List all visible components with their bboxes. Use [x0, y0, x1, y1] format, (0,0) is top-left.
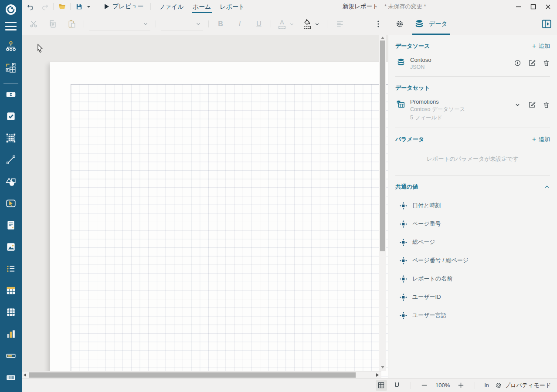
text-align-icon[interactable]	[333, 17, 346, 31]
separator	[156, 20, 156, 27]
scroll-right-arrow[interactable]	[376, 373, 379, 377]
edit-icon[interactable]	[528, 59, 536, 67]
measurement-unit[interactable]: in	[483, 382, 491, 389]
tool-richtext[interactable]	[0, 214, 22, 236]
bold-button[interactable]: B	[214, 20, 227, 28]
tool-pointer-select[interactable]	[0, 193, 22, 214]
edit-icon[interactable]	[528, 101, 536, 108]
common-value-item[interactable]: レポートの名前	[395, 275, 550, 283]
zoom-in-icon[interactable]	[455, 380, 467, 391]
tool-barcode[interactable]	[0, 367, 22, 389]
tool-line[interactable]	[0, 149, 22, 171]
snap-magnet-icon[interactable]	[391, 380, 403, 391]
chevron-down-icon	[143, 21, 149, 27]
underline-button[interactable]: U	[252, 20, 265, 28]
common-value-item[interactable]: ページ番号 / 総ページ	[395, 257, 550, 264]
zoom-out-icon[interactable]	[419, 380, 430, 391]
zoom-level[interactable]: 100%	[435, 382, 451, 389]
vertical-scroll-thumb[interactable]	[380, 41, 385, 251]
menu-tab-home[interactable]: ホーム	[188, 0, 216, 13]
fill-color-chevron-icon[interactable]	[313, 21, 321, 27]
copy-icon[interactable]	[46, 17, 59, 31]
tool-image[interactable]	[0, 236, 22, 258]
preview-button[interactable]: プレビュー	[101, 3, 147, 10]
add-datasource-button[interactable]: + 追加	[532, 42, 550, 50]
design-grid-surface[interactable]	[71, 84, 388, 378]
menu-tab-file[interactable]: ファイル	[154, 0, 188, 13]
parameters-empty-message: レポートのパラメータが未設定です	[395, 155, 550, 163]
common-value-item[interactable]: ページ番号	[395, 220, 550, 228]
separator	[70, 3, 71, 10]
scroll-down-arrow[interactable]	[381, 366, 384, 368]
unsaved-changes-indicator: * 未保存の変更 *	[384, 3, 426, 10]
field-drag-icon	[400, 202, 407, 210]
italic-button[interactable]: I	[233, 20, 246, 28]
text-color-swatch	[278, 26, 285, 29]
font-size-select[interactable]	[161, 17, 203, 30]
tool-table[interactable]	[0, 280, 22, 301]
grid-toggle-icon[interactable]	[376, 380, 387, 391]
plus-icon: +	[532, 136, 536, 142]
hamburger-menu-icon[interactable]	[5, 22, 17, 30]
tool-chart[interactable]	[0, 323, 22, 345]
toolbox-sidebar	[0, 0, 22, 392]
report-page[interactable]	[50, 62, 388, 378]
settings-gear-icon[interactable]	[393, 17, 406, 31]
title-bar: プレビュー ファイル ホーム レポート 新規レポート * 未保存の変更 *	[22, 0, 557, 13]
separator	[150, 3, 151, 10]
font-family-select[interactable]	[89, 17, 150, 30]
scroll-up-arrow[interactable]	[381, 37, 384, 39]
fill-color-button[interactable]	[302, 19, 313, 29]
dataset-item[interactable]: Promotions Contoso データソース 5 フィールド	[395, 98, 550, 122]
datasources-section-title: データソース	[395, 42, 430, 50]
save-dropdown-chevron-icon[interactable]	[84, 2, 93, 11]
more-options-kebab-icon[interactable]	[372, 17, 385, 31]
text-color-button[interactable]: A	[276, 19, 288, 29]
redo-icon[interactable]	[40, 2, 50, 11]
text-color-chevron-icon[interactable]	[288, 21, 295, 27]
horizontal-scrollbar[interactable]	[22, 371, 381, 378]
tool-matrix[interactable]	[0, 301, 22, 323]
vertical-scrollbar[interactable]	[379, 35, 386, 371]
common-value-item[interactable]: ユーザーID	[395, 293, 550, 301]
save-icon[interactable]	[74, 2, 84, 11]
delete-trash-icon[interactable]	[543, 59, 550, 67]
property-mode-label: プロパティモード	[505, 382, 551, 389]
tool-report-parts[interactable]	[0, 57, 22, 79]
collapse-chevron-up-icon[interactable]	[544, 184, 550, 190]
design-canvas[interactable]	[22, 35, 388, 378]
delete-trash-icon[interactable]	[543, 101, 550, 108]
scroll-left-arrow[interactable]	[24, 373, 26, 377]
horizontal-scroll-thumb[interactable]	[29, 372, 356, 378]
tool-data-visualizer[interactable]	[0, 35, 22, 57]
tool-table-select[interactable]	[0, 127, 22, 149]
common-values-section-title: 共通の値	[395, 183, 418, 191]
maximize-button[interactable]	[526, 0, 540, 13]
undo-icon[interactable]	[25, 2, 35, 11]
data-panel-tab[interactable]: データ	[414, 13, 448, 35]
field-drag-icon	[400, 294, 407, 301]
common-value-item[interactable]: ユーザー言語	[395, 311, 550, 319]
close-button[interactable]	[540, 0, 555, 13]
tool-list[interactable]	[0, 258, 22, 280]
datasource-item[interactable]: Contoso JSON	[395, 57, 550, 70]
menu-tab-report[interactable]: レポート	[215, 0, 249, 13]
tool-bullet[interactable]	[0, 345, 22, 367]
tool-shape[interactable]	[0, 171, 22, 193]
common-value-item[interactable]: 日付と時刻	[395, 202, 550, 210]
common-value-item[interactable]: 総ページ	[395, 238, 550, 246]
tool-checkbox[interactable]	[0, 105, 22, 127]
paste-icon[interactable]	[65, 17, 78, 31]
add-dataset-icon[interactable]	[514, 59, 521, 67]
section-divider	[395, 76, 550, 77]
property-mode-button[interactable]: プロパティモード	[495, 382, 551, 389]
cut-icon[interactable]	[27, 17, 40, 31]
minimize-button[interactable]	[511, 0, 526, 13]
data-panel: データソース + 追加 Contoso JSON データセット	[388, 35, 557, 378]
expand-chevron-icon[interactable]	[514, 101, 521, 108]
section-divider	[395, 329, 550, 329]
tool-textbox[interactable]	[0, 84, 22, 105]
add-parameter-button[interactable]: + 追加	[532, 135, 550, 143]
open-file-icon[interactable]	[57, 2, 67, 11]
panel-toggle-icon[interactable]	[541, 19, 552, 29]
